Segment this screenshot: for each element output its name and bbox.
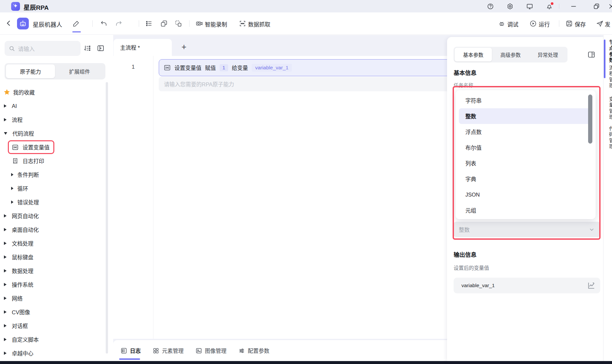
chevron-right-icon[interactable] xyxy=(4,214,7,217)
chevron-right-icon[interactable] xyxy=(4,338,7,341)
publish-send-icon[interactable] xyxy=(596,20,603,27)
sidebar-item[interactable]: 操作系统 xyxy=(0,278,109,291)
chevron-right-icon[interactable] xyxy=(4,228,7,231)
sidebar-item[interactable]: CV图像 xyxy=(0,305,109,319)
rail-tab-流程管理[interactable]: 流程管理 xyxy=(608,65,612,89)
rail-tab-节点参数[interactable]: 节点参数 xyxy=(608,40,612,64)
bottom-tab-元素管理[interactable]: 元素管理 xyxy=(153,340,184,361)
sidebar-item[interactable]: 错误处理 xyxy=(0,195,109,209)
smart-record-icon[interactable] xyxy=(196,20,203,27)
type-select[interactable]: 整数 xyxy=(454,222,600,237)
type-option-整数[interactable]: 整数 xyxy=(459,108,592,124)
sidebar-item[interactable]: 流程 xyxy=(0,113,109,127)
type-option-元组[interactable]: 元组 xyxy=(456,202,596,218)
flow-sort-icon[interactable] xyxy=(83,44,91,52)
chevron-right-icon[interactable] xyxy=(4,255,7,259)
paste-reference-icon[interactable] xyxy=(175,20,182,27)
search-input[interactable]: 请输入 xyxy=(5,41,81,56)
chart-line-icon[interactable] xyxy=(587,281,596,290)
sidebar-item[interactable]: 我的收藏 xyxy=(0,85,109,99)
outline-list-icon[interactable] xyxy=(145,20,153,27)
restore-icon[interactable] xyxy=(593,3,600,10)
chevron-right-icon[interactable] xyxy=(4,324,7,327)
sidebar-item[interactable]: 文档处理 xyxy=(0,236,109,250)
bottom-tab-图像管理[interactable]: 图像管理 xyxy=(195,340,226,361)
run-label[interactable]: 运行 xyxy=(539,20,550,28)
chevron-right-icon[interactable] xyxy=(4,297,7,300)
sidebar-item[interactable]: 代码流程 xyxy=(0,127,109,140)
type-option-字典[interactable]: 字典 xyxy=(456,171,596,187)
sidebar-scrollbar[interactable] xyxy=(106,82,108,354)
type-option-浮点数[interactable]: 浮点数 xyxy=(456,124,596,140)
debug-label[interactable]: 调试 xyxy=(507,20,518,28)
type-option-字符串[interactable]: 字符串 xyxy=(456,93,596,108)
data-capture-icon[interactable] xyxy=(239,20,246,27)
chevron-right-icon[interactable] xyxy=(11,187,13,190)
monitor-icon[interactable] xyxy=(526,3,533,10)
chevron-right-icon[interactable] xyxy=(4,104,7,108)
properties-tab-基本参数[interactable]: 基本参数 xyxy=(455,48,492,61)
close-icon[interactable] xyxy=(608,3,612,10)
output-variable-field[interactable]: variable_var_1 xyxy=(454,278,600,293)
add-tab-button[interactable]: + xyxy=(178,41,190,53)
collapse-panel-icon[interactable] xyxy=(97,44,104,52)
sidebar-item[interactable]: 对话框 xyxy=(0,319,109,333)
publish-label[interactable]: 发 xyxy=(605,20,610,28)
properties-tab-高级参数[interactable]: 高级参数 xyxy=(492,48,529,61)
chevron-right-icon[interactable] xyxy=(4,310,7,314)
sidebar-tab-原子能力[interactable]: 原子能力 xyxy=(6,64,55,78)
chevron-right-icon[interactable] xyxy=(11,173,13,176)
sidebar-item[interactable]: 桌面自动化 xyxy=(0,223,109,236)
sidebar-item[interactable]: 设置变量值 xyxy=(0,140,109,154)
sidebar-item[interactable]: 自定义脚本 xyxy=(0,333,109,346)
run-play-icon[interactable] xyxy=(530,20,537,27)
back-icon[interactable] xyxy=(5,20,12,27)
settings-icon[interactable] xyxy=(507,3,513,10)
redo-icon[interactable] xyxy=(115,20,122,27)
sidebar-tab-扩展组件[interactable]: 扩展组件 xyxy=(55,64,104,78)
tab-main-flow[interactable]: 主流程 * xyxy=(114,39,172,56)
type-option-列表[interactable]: 列表 xyxy=(456,155,596,171)
rail-tab-代码管理[interactable]: 代码管理 xyxy=(608,126,612,150)
chevron-right-icon[interactable] xyxy=(4,283,7,286)
dropdown-scrollbar[interactable] xyxy=(588,95,592,144)
chevron-right-icon[interactable] xyxy=(4,118,7,121)
properties-tab-异常处理[interactable]: 异常处理 xyxy=(529,48,567,61)
sidebar-item[interactable]: 循环 xyxy=(0,182,109,195)
help-icon[interactable] xyxy=(487,3,494,10)
data-capture-label[interactable]: 数据抓取 xyxy=(248,20,270,28)
variable-chip[interactable]: variable_var_1 xyxy=(252,64,292,72)
sidebar-item[interactable]: 数据处理 xyxy=(0,264,109,278)
output-field-label: 设置后的变量值 xyxy=(454,264,489,271)
sidebar-item[interactable]: 日志打印 xyxy=(0,154,109,168)
sidebar-item[interactable]: 网页自动化 xyxy=(0,209,109,223)
sidebar-item[interactable]: 卓越中心 xyxy=(0,346,109,360)
bottom-tab-日志[interactable]: 日志 xyxy=(120,340,141,361)
sidebar-item[interactable]: 条件判断 xyxy=(0,168,109,182)
value-chip[interactable]: 1 xyxy=(220,64,228,71)
bell-icon[interactable] xyxy=(546,3,553,10)
undo-icon[interactable] xyxy=(100,20,107,27)
bottom-tab-label: 日志 xyxy=(130,347,141,355)
save-icon[interactable] xyxy=(566,20,573,27)
sidebar-item[interactable]: 鼠标键盘 xyxy=(0,250,109,264)
sidebar-item[interactable]: 网络 xyxy=(0,291,109,305)
chevron-right-icon[interactable] xyxy=(4,352,7,355)
chevron-right-icon[interactable] xyxy=(4,242,7,245)
bottom-tab-配置参数[interactable]: 配置参数 xyxy=(238,340,269,361)
chevron-right-icon[interactable] xyxy=(4,269,7,272)
chevron-down-icon[interactable] xyxy=(4,132,7,135)
copy-icon[interactable] xyxy=(160,20,168,27)
toolbar-separator xyxy=(559,20,559,27)
debug-bug-icon[interactable] xyxy=(498,20,505,27)
sidebar-item[interactable]: AI xyxy=(0,99,109,113)
minimize-icon[interactable] xyxy=(570,3,577,10)
type-option-布尔值[interactable]: 布尔值 xyxy=(456,140,596,155)
rail-tab-变量管理[interactable]: 变量管理 xyxy=(608,96,612,121)
type-option-JSON[interactable]: JSON xyxy=(456,187,596,202)
edit-pencil-icon[interactable] xyxy=(73,20,80,27)
save-label[interactable]: 保存 xyxy=(575,20,586,28)
chevron-right-icon[interactable] xyxy=(11,200,13,204)
smart-record-label[interactable]: 智能录制 xyxy=(205,20,227,28)
split-panel-icon[interactable] xyxy=(587,51,595,59)
